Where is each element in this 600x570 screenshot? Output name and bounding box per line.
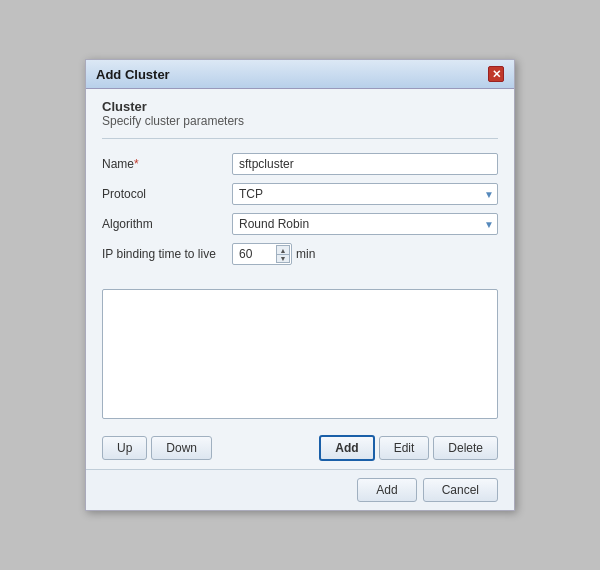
ip-binding-row: IP binding time to live ▲ ▼ min bbox=[102, 243, 498, 265]
algorithm-select[interactable]: Round Robin Least Connections Random bbox=[232, 213, 498, 235]
down-button[interactable]: Down bbox=[151, 436, 212, 460]
add-item-button[interactable]: Add bbox=[319, 435, 374, 461]
form-body: Name* Protocol TCP UDP ▼ Algorithm Round bbox=[86, 145, 514, 281]
protocol-label: Protocol bbox=[102, 187, 232, 201]
spinner-container: ▲ ▼ bbox=[232, 243, 292, 265]
ip-binding-label: IP binding time to live bbox=[102, 247, 232, 261]
spinner-wrapper: ▲ ▼ min bbox=[232, 243, 498, 265]
delete-button[interactable]: Delete bbox=[433, 436, 498, 460]
spinner-arrows: ▲ ▼ bbox=[276, 245, 290, 263]
dialog-titlebar: Add Cluster ✕ bbox=[86, 60, 514, 89]
spinner-down-button[interactable]: ▼ bbox=[276, 254, 290, 263]
algorithm-row: Algorithm Round Robin Least Connections … bbox=[102, 213, 498, 235]
up-button[interactable]: Up bbox=[102, 436, 147, 460]
add-cluster-dialog: Add Cluster ✕ Cluster Specify cluster pa… bbox=[85, 59, 515, 511]
protocol-select[interactable]: TCP UDP bbox=[232, 183, 498, 205]
section-subtitle: Specify cluster parameters bbox=[102, 114, 498, 128]
dialog-footer: Add Cancel bbox=[86, 469, 514, 510]
footer-add-button[interactable]: Add bbox=[357, 478, 416, 502]
action-buttons-row: Up Down Add Edit Delete bbox=[86, 427, 514, 469]
required-marker: * bbox=[134, 157, 139, 171]
section-header: Cluster Specify cluster parameters bbox=[86, 89, 514, 132]
name-input[interactable] bbox=[232, 153, 498, 175]
dialog-title: Add Cluster bbox=[96, 67, 170, 82]
edit-button[interactable]: Edit bbox=[379, 436, 430, 460]
close-button[interactable]: ✕ bbox=[488, 66, 504, 82]
cluster-list-area bbox=[102, 289, 498, 419]
protocol-row: Protocol TCP UDP ▼ bbox=[102, 183, 498, 205]
section-title: Cluster bbox=[102, 99, 498, 114]
divider bbox=[102, 138, 498, 139]
min-label: min bbox=[296, 247, 315, 261]
name-field-container bbox=[232, 153, 498, 175]
spinner-up-button[interactable]: ▲ bbox=[276, 245, 290, 254]
name-label: Name* bbox=[102, 157, 232, 171]
protocol-select-container: TCP UDP ▼ bbox=[232, 183, 498, 205]
algorithm-select-container: Round Robin Least Connections Random ▼ bbox=[232, 213, 498, 235]
name-row: Name* bbox=[102, 153, 498, 175]
ip-binding-control: ▲ ▼ min bbox=[232, 243, 498, 265]
footer-cancel-button[interactable]: Cancel bbox=[423, 478, 498, 502]
algorithm-label: Algorithm bbox=[102, 217, 232, 231]
